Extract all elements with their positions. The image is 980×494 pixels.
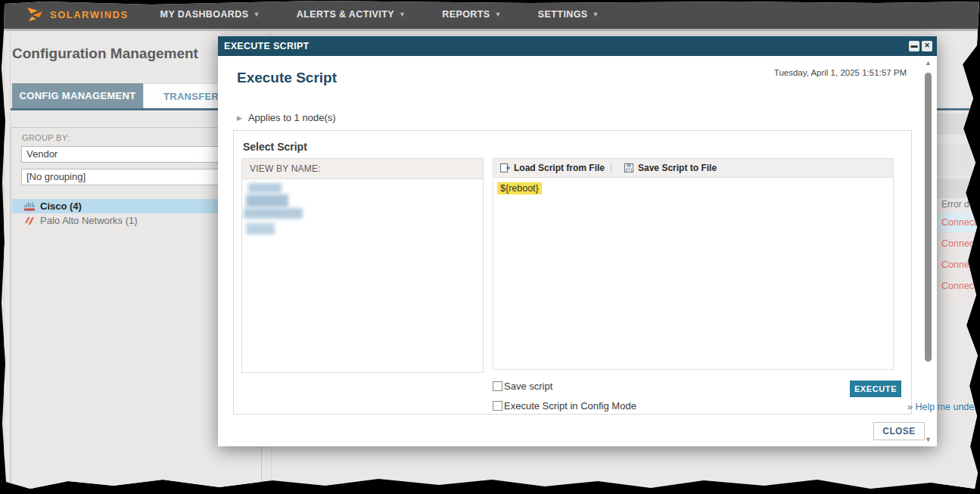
redacted-list-item[interactable] [246, 194, 288, 207]
page-edge-line [4, 33, 5, 494]
close-button[interactable]: CLOSE [873, 422, 925, 440]
nav-label: REPORTS [442, 9, 490, 20]
script-list[interactable] [242, 179, 483, 372]
chevron-down-icon: ▼ [495, 11, 502, 18]
select-script-heading: Select Script [243, 141, 307, 153]
toolbar-divider [611, 163, 611, 173]
script-editor-panel: Load Script from File Save Script to Fil… [493, 158, 894, 370]
save-script-label: Save Script to File [638, 163, 717, 173]
error-link[interactable]: Connect [941, 217, 977, 228]
save-file-icon [624, 163, 634, 173]
view-by-name-header: VIEW BY NAME: [242, 159, 483, 179]
table-row[interactable]: Connect [937, 276, 980, 297]
minimize-icon[interactable]: ▬ [909, 41, 919, 51]
execute-button[interactable]: EXECUTE [850, 381, 901, 397]
config-mode-checkbox[interactable] [493, 401, 502, 411]
chevron-down-icon: ▼ [399, 11, 406, 18]
dialog-title: EXECUTE SCRIPT [224, 41, 310, 51]
vendor-group-label: Palo Alto Networks (1) [40, 215, 138, 226]
tab-label: CONFIG MANAGEMENT [20, 90, 136, 101]
redacted-list-item[interactable] [246, 223, 275, 235]
cisco-icon [23, 202, 36, 211]
error-link[interactable]: Connect [941, 281, 977, 291]
save-script-checkbox[interactable] [493, 381, 502, 391]
vendor-group-label: Cisco (4) [40, 200, 82, 212]
palo-alto-icon [23, 216, 36, 225]
nav-reports[interactable]: REPORTS ▼ [442, 9, 502, 20]
scroll-up-icon[interactable]: ▲ [924, 59, 932, 67]
toolbar-band [937, 179, 980, 198]
background-table-strip: Error de Connect Connect Connect Connect [937, 33, 980, 494]
chevron-down-icon: ▼ [593, 11, 599, 18]
brand-text: SOLARWINDS [50, 9, 129, 20]
load-script-button[interactable]: Load Script from File [493, 163, 605, 173]
solarwinds-logo-icon [26, 6, 44, 23]
script-variable-token: ${reboot} [497, 182, 542, 194]
scrollbar-thumb[interactable] [925, 73, 932, 362]
nav-alerts-activity[interactable]: ALERTS & ACTIVITY ▼ [297, 9, 406, 20]
chevron-down-icon: ▼ [253, 11, 260, 18]
tab-config-management[interactable]: CONFIG MANAGEMENT [12, 83, 143, 108]
dialog-titlebar[interactable]: EXECUTE SCRIPT ▬ ✕ [218, 36, 937, 56]
nav-my-dashboards[interactable]: MY DASHBOARDS ▼ [160, 9, 260, 20]
dialog-timestamp: Tuesday, April 1, 2025 1:51:57 PM [774, 68, 907, 77]
redacted-list-item[interactable] [244, 208, 303, 219]
applies-to-label: Applies to 1 node(s) [248, 112, 336, 123]
page-title: Configuration Management [12, 45, 198, 62]
screen: SOLARWINDS MY DASHBOARDS ▼ ALERTS & ACTI… [0, 0, 980, 494]
execute-script-dialog: EXECUTE SCRIPT ▬ ✕ Execute Script Tuesda… [218, 36, 937, 446]
close-icon[interactable]: ✕ [922, 41, 932, 51]
table-row[interactable]: Connect [937, 213, 980, 233]
secondary-grouping-value: [No grouping] [26, 171, 86, 182]
script-editor[interactable]: ${reboot} [493, 178, 894, 370]
select-script-section: Select Script VIEW BY NAME: [233, 130, 912, 415]
error-link[interactable]: Connect [941, 238, 977, 249]
nav-settings[interactable]: SETTINGS ▼ [538, 9, 599, 20]
table-row[interactable]: Connect [937, 234, 980, 254]
nav-label: MY DASHBOARDS [160, 9, 249, 20]
tabstrip-underline-right [937, 108, 980, 110]
script-toolbar: Load Script from File Save Script to Fil… [493, 158, 894, 178]
config-mode-checkbox-label: Execute Script in Config Mode [504, 400, 636, 412]
scroll-down-icon[interactable]: ▼ [924, 436, 932, 443]
config-mode-help-link[interactable]: » Help me understand what config mode me… [907, 402, 980, 412]
group-by-value: Vendor [26, 148, 58, 160]
nav-label: ALERTS & ACTIVITY [297, 9, 394, 20]
dialog-heading: Execute Script [237, 70, 337, 86]
solarwinds-logo[interactable]: SOLARWINDS [26, 6, 129, 23]
save-script-row: Save script [493, 381, 552, 392]
dialog-scrollbar[interactable]: ▲ ▼ [923, 59, 933, 443]
applies-to-expander[interactable]: ▶ Applies to 1 node(s) [237, 112, 336, 123]
error-link[interactable]: Connect [941, 259, 977, 270]
load-script-label: Load Script from File [514, 163, 605, 173]
chevron-right-icon: ▶ [237, 114, 242, 122]
config-mode-row: Execute Script in Config Mode » Help me … [493, 400, 636, 412]
top-navigation-bar: SOLARWINDS MY DASHBOARDS ▼ ALERTS & ACTI… [0, 0, 980, 31]
toolbar-band [937, 144, 980, 176]
script-list-panel: VIEW BY NAME: [241, 158, 484, 373]
table-row[interactable]: Connect [937, 255, 980, 275]
column-header-error: Error de [941, 199, 974, 210]
save-script-button[interactable]: Save Script to File [618, 163, 717, 173]
redacted-list-item[interactable] [248, 183, 282, 193]
nav-label: SETTINGS [538, 9, 588, 20]
load-file-icon [499, 163, 510, 173]
group-by-label: GROUP BY: [22, 133, 70, 142]
save-script-checkbox-label: Save script [504, 381, 552, 392]
toolbar-band [937, 113, 980, 135]
